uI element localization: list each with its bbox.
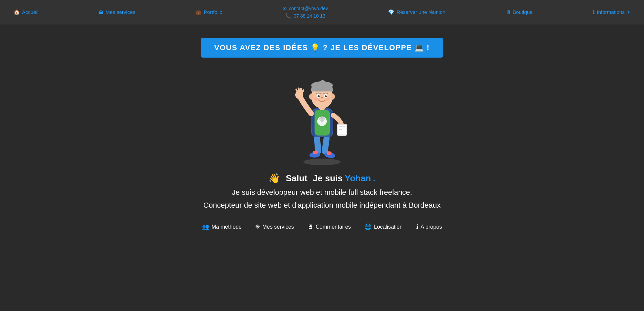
nav-contact: ✉ contact@yoyo.dev 📞 07 88 14 10 13 bbox=[282, 5, 328, 19]
nav-label-informations: Informations bbox=[597, 9, 625, 15]
tagline-1: Je suis développeur web et mobile full s… bbox=[232, 188, 412, 197]
nav-item-mes-services[interactable]: 🏔 Mes services bbox=[98, 9, 135, 15]
hero-section: VOUS AVEZ DES IDÉES 💡 ? JE LES DÉVELOPPE… bbox=[0, 24, 644, 241]
nav-phone-link[interactable]: 📞 07 88 14 10 13 bbox=[285, 13, 325, 19]
svg-rect-21 bbox=[338, 125, 346, 134]
greeting-intro: Je suis bbox=[313, 173, 343, 184]
svg-point-31 bbox=[325, 95, 327, 97]
character-illustration bbox=[285, 64, 359, 166]
greeting-line: 👋 Salut Je suis Yohan. bbox=[268, 173, 376, 184]
nav-label-boutique: Boutique bbox=[512, 9, 532, 15]
commentaires-icon: 🖥 bbox=[307, 224, 313, 230]
tagline-2: Concepteur de site web et d'application … bbox=[203, 201, 441, 210]
nav-item-boutique[interactable]: 🖥 Boutique bbox=[505, 9, 532, 15]
nav-email: contact@yoyo.dev bbox=[289, 6, 328, 11]
greeting-section: 👋 Salut Je suis Yohan. Je suis développe… bbox=[203, 173, 441, 210]
portfolio-icon: 💼 bbox=[195, 9, 202, 15]
bottom-nav-ma-methode[interactable]: 👥 Ma méthode bbox=[202, 223, 242, 230]
svg-point-37 bbox=[331, 94, 335, 100]
store-icon: 🖥 bbox=[505, 9, 510, 15]
name-intro: Je suis Yohan. bbox=[313, 173, 376, 184]
info-icon: ℹ bbox=[593, 9, 595, 15]
bottom-nav-commentaires[interactable]: 🖥 Commentaires bbox=[307, 224, 351, 230]
hero-banner-text: VOUS AVEZ DES IDÉES 💡 ? JE LES DÉVELOPPE… bbox=[214, 43, 430, 52]
bottom-nav-label-localisation: Localisation bbox=[374, 224, 403, 230]
character-svg bbox=[285, 64, 359, 166]
svg-point-10 bbox=[320, 119, 324, 122]
svg-point-14 bbox=[322, 117, 324, 119]
svg-rect-5 bbox=[313, 150, 318, 154]
wave-emoji: 👋 bbox=[268, 173, 280, 184]
services-icon: 🏔 bbox=[98, 9, 103, 15]
hero-banner: VOUS AVEZ DES IDÉES 💡 ? JE LES DÉVELOPPE… bbox=[201, 38, 443, 58]
nav-item-informations[interactable]: ℹ Informations ▼ bbox=[593, 9, 630, 15]
apropos-icon: ℹ bbox=[416, 223, 418, 230]
nav-item-accueil[interactable]: 🏠 Accueil bbox=[14, 9, 38, 15]
svg-point-36 bbox=[309, 94, 313, 100]
svg-point-34 bbox=[314, 97, 319, 101]
dropdown-arrow-icon: ▼ bbox=[627, 10, 630, 14]
nav-label-portfolio: Portfolio bbox=[204, 9, 222, 15]
greeting-salut: Salut bbox=[286, 173, 307, 184]
svg-point-30 bbox=[318, 95, 320, 97]
methode-icon: 👥 bbox=[202, 223, 209, 230]
bottom-nav-label-methode: Ma méthode bbox=[212, 224, 242, 230]
home-icon: 🏠 bbox=[14, 9, 20, 15]
hero-name: Yohan bbox=[345, 173, 371, 184]
svg-line-16 bbox=[296, 89, 298, 92]
svg-point-13 bbox=[320, 117, 322, 119]
bottom-nav-localisation[interactable]: 🌐 Localisation bbox=[364, 223, 403, 230]
nav-item-portfolio[interactable]: 💼 Portfolio bbox=[195, 9, 222, 15]
diamond-icon: 💎 bbox=[388, 9, 395, 15]
nav-label-reserver: Réserver une réunion bbox=[397, 9, 445, 15]
svg-rect-6 bbox=[326, 151, 331, 155]
bottom-nav-label-apropos: A propos bbox=[421, 224, 442, 230]
phone-icon: 📞 bbox=[285, 13, 291, 19]
nav-label-accueil: Accueil bbox=[22, 9, 38, 15]
svg-point-35 bbox=[325, 97, 330, 101]
svg-line-17 bbox=[299, 88, 299, 91]
svg-line-19 bbox=[302, 90, 303, 92]
bottom-nav: 👥 Ma méthode ✳ Mes services 🖥 Commentair… bbox=[202, 223, 442, 241]
svg-point-33 bbox=[326, 95, 327, 96]
nav-phone: 07 88 14 10 13 bbox=[294, 13, 325, 19]
svg-point-0 bbox=[303, 159, 341, 165]
nav-email-link[interactable]: ✉ contact@yoyo.dev bbox=[282, 5, 328, 12]
bottom-nav-mes-services[interactable]: ✳ Mes services bbox=[255, 223, 294, 230]
nav-item-reserver[interactable]: 💎 Réserver une réunion bbox=[388, 9, 445, 15]
bottom-nav-label-services: Mes services bbox=[262, 224, 294, 230]
hero-name-dot: . bbox=[373, 173, 376, 184]
main-nav: 🏠 Accueil 🏔 Mes services 💼 Portfolio ✉ c… bbox=[0, 0, 644, 24]
localisation-icon: 🌐 bbox=[364, 223, 371, 230]
bottom-nav-label-commentaires: Commentaires bbox=[316, 224, 351, 230]
services-bottom-icon: ✳ bbox=[255, 223, 260, 230]
nav-label-mes-services: Mes services bbox=[105, 9, 135, 15]
bottom-nav-a-propos[interactable]: ℹ A propos bbox=[416, 223, 442, 230]
svg-point-32 bbox=[319, 95, 319, 96]
email-icon: ✉ bbox=[282, 5, 287, 12]
